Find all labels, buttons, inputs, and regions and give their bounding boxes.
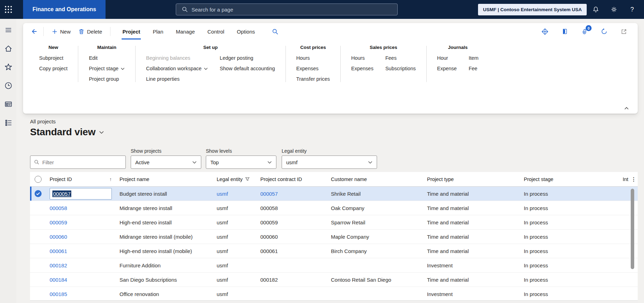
settings-gear-icon[interactable] — [605, 0, 623, 19]
header-project-type[interactable]: Project type — [424, 172, 520, 186]
project-id-link[interactable]: 000182 — [50, 262, 67, 268]
project-id-link[interactable]: 000058 — [50, 205, 67, 211]
attachments-icon[interactable]: 0 — [581, 28, 588, 35]
app-title[interactable]: Finance and Operations — [23, 0, 106, 19]
project-id-editor[interactable]: 000057 — [50, 188, 112, 200]
ribbon-item-hour[interactable]: Hour — [437, 55, 457, 61]
ribbon-item-show-default-accounting[interactable]: Show default accounting — [220, 66, 275, 72]
legal-entity-value[interactable]: usmf — [217, 191, 228, 197]
project-id-link[interactable]: 000060 — [50, 234, 67, 240]
row-select-checkbox[interactable] — [30, 187, 46, 201]
back-arrow-icon[interactable] — [29, 28, 39, 35]
ribbon-item-expense[interactable]: Expense — [437, 66, 457, 72]
project-type-cell: Time and material — [424, 230, 520, 244]
show-levels-select[interactable]: Top — [206, 156, 276, 169]
table-row[interactable]: 000061High-end stereo install (mobile)us… — [30, 244, 638, 258]
contract-id-value[interactable]: 000057 — [260, 191, 278, 197]
project-id-link[interactable]: 000059 — [50, 219, 67, 225]
header-contract-id[interactable]: Project contract ID — [257, 172, 327, 186]
delete-button[interactable]: Delete — [78, 28, 102, 35]
row-select-checkbox[interactable] — [30, 201, 46, 215]
ribbon-item-subproject[interactable]: Subproject — [39, 55, 67, 61]
header-project-name[interactable]: Project name — [116, 172, 213, 186]
show-projects-select[interactable]: Active — [131, 156, 201, 169]
project-stage-cell: In process — [520, 230, 619, 244]
table-row[interactable]: 000060Midrange stereo install (mobile)us… — [30, 230, 638, 244]
table-row[interactable]: 000184San Diego Subscriptionsusmf000182C… — [30, 273, 638, 287]
header-project-id[interactable]: Project ID ↑ — [46, 172, 116, 186]
ribbon-item-copy-project[interactable]: Copy project — [39, 66, 67, 72]
ribbon-item-project-stage[interactable]: Project stage — [89, 66, 125, 72]
ribbon-item-hours[interactable]: Hours — [296, 55, 330, 61]
legal-entity-cell[interactable]: usmf — [213, 187, 257, 201]
header-int-truncated[interactable]: Int ⋮ — [619, 172, 638, 186]
tab-project[interactable]: Project — [122, 24, 141, 39]
ribbon-item-hours[interactable]: Hours — [351, 55, 374, 61]
ribbon-item-item[interactable]: Item — [469, 55, 478, 61]
help-icon[interactable]: ? — [623, 0, 641, 19]
table-row[interactable]: 000182Furniture AdditionusmfInvestmentIn… — [30, 258, 638, 273]
project-stage-cell: In process — [520, 201, 619, 215]
table-row[interactable]: 000057Budget stereo installusmf000057Shr… — [30, 187, 638, 201]
notifications-icon[interactable] — [587, 0, 605, 19]
horizontal-scrollbar[interactable] — [30, 300, 638, 303]
column-options-kebab-icon[interactable]: ⋮ — [630, 176, 636, 182]
scrollbar-thumb[interactable] — [631, 189, 634, 269]
nav-recent-icon[interactable] — [4, 81, 13, 90]
project-id-link[interactable]: 000061 — [50, 248, 67, 254]
table-row[interactable]: 000058Midrange stereo installusmf000058O… — [30, 201, 638, 215]
project-type-cell: Investment — [424, 287, 520, 301]
row-select-checkbox[interactable] — [30, 244, 46, 258]
open-in-new-icon[interactable] — [621, 28, 627, 35]
ribbon-item-fee[interactable]: Fee — [469, 66, 478, 72]
table-row[interactable]: 000185Office renovationusmfInvestmentIn … — [30, 287, 638, 301]
company-picker[interactable]: USMF | Contoso Entertainment System USA — [478, 4, 587, 15]
ribbon-item-project-group[interactable]: Project group — [89, 76, 125, 82]
nav-modules-icon[interactable] — [4, 118, 13, 127]
project-name-cell: High-end stereo install — [116, 215, 213, 229]
row-select-checkbox[interactable] — [30, 273, 46, 287]
tab-control[interactable]: Control — [207, 24, 225, 39]
ribbon-item-line-properties[interactable]: Line properties — [146, 76, 208, 82]
nav-workspaces-icon[interactable] — [4, 100, 13, 108]
ribbon-item-ledger-posting[interactable]: Ledger posting — [220, 55, 275, 61]
nav-home-icon[interactable] — [4, 44, 13, 53]
tab-plan[interactable]: Plan — [152, 24, 164, 39]
header-legal-entity[interactable]: Legal entity — [213, 172, 257, 186]
dynamics-app-icon[interactable] — [541, 28, 549, 35]
nav-menu-icon[interactable] — [4, 26, 13, 34]
refresh-icon[interactable] — [600, 28, 608, 35]
row-select-checkbox[interactable] — [30, 287, 46, 301]
tab-options[interactable]: Options — [236, 24, 256, 39]
nav-favorites-icon[interactable] — [4, 63, 13, 71]
select-all-checkbox[interactable] — [30, 172, 46, 186]
row-select-checkbox[interactable] — [30, 258, 46, 272]
new-button[interactable]: New — [52, 29, 71, 35]
app-launcher-icon[interactable] — [0, 0, 17, 19]
ribbon-item-edit[interactable]: Edit — [89, 55, 125, 61]
view-selector[interactable]: Standard view — [30, 127, 104, 138]
legal-entity-select[interactable]: usmf — [282, 156, 377, 169]
filter-input[interactable]: Filter — [30, 156, 126, 169]
header-customer-name[interactable]: Customer name — [327, 172, 424, 186]
ribbon-item-expenses[interactable]: Expenses — [351, 66, 374, 72]
find-icon[interactable] — [272, 28, 278, 35]
ribbon-group-sales-prices: Sales pricesHoursExpensesFeesSubscriptio… — [349, 45, 418, 82]
project-id-link[interactable]: 000185 — [50, 291, 67, 297]
tab-manage[interactable]: Manage — [175, 24, 195, 39]
global-search-input[interactable]: Search for a page — [176, 3, 398, 15]
ribbon-item-expenses[interactable]: Expenses — [296, 66, 330, 72]
office-book-icon[interactable] — [561, 28, 568, 35]
table-row[interactable]: 000059High-end stereo installusmf000059S… — [30, 215, 638, 230]
ribbon-item-label: Subproject — [39, 55, 63, 61]
collapse-pane-icon[interactable] — [624, 106, 629, 110]
vertical-scrollbar[interactable] — [631, 188, 634, 300]
ribbon-item-collaboration-workspace[interactable]: Collaboration workspace — [146, 66, 208, 72]
row-select-checkbox[interactable] — [30, 230, 46, 244]
project-id-link[interactable]: 000184 — [50, 277, 67, 283]
ribbon-item-transfer-prices[interactable]: Transfer prices — [296, 76, 330, 82]
header-project-stage[interactable]: Project stage — [520, 172, 619, 186]
ribbon-item-subscriptions[interactable]: Subscriptions — [385, 66, 416, 72]
ribbon-item-fees[interactable]: Fees — [385, 55, 416, 61]
row-select-checkbox[interactable] — [30, 215, 46, 229]
